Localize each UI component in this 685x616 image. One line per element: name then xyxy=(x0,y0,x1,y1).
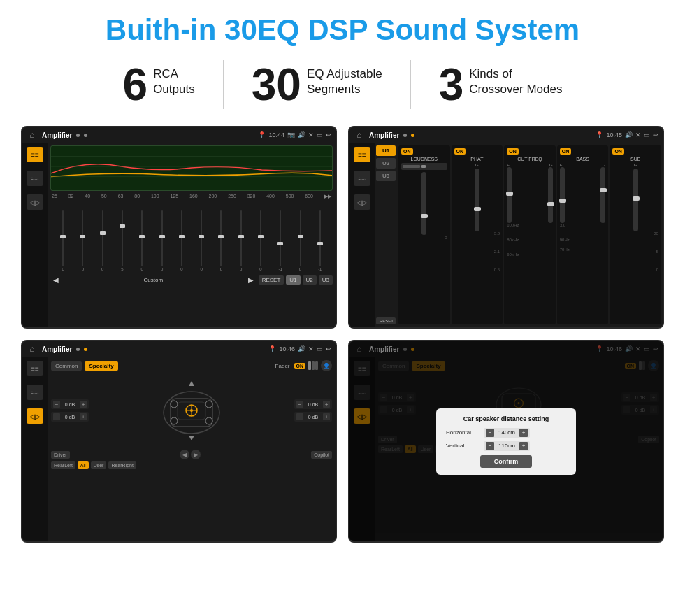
eq-next-button[interactable]: ▶ xyxy=(245,274,257,285)
back-icon-3: ↩ xyxy=(326,345,331,352)
eq-reset-button[interactable]: RESET xyxy=(259,275,284,285)
tab-specialty[interactable]: Specialty xyxy=(85,361,117,371)
eq-slider-1[interactable]: 0 xyxy=(53,210,73,271)
screenshot-crossover: ⌂ Amplifier 📍 10:45 🔊 ✕ ▭ ↩ ≡≡ ≈≈ xyxy=(348,126,664,329)
sidebar-wave-icon-2[interactable]: ≈≈ xyxy=(354,171,370,186)
time-crossover: 10:45 xyxy=(606,131,622,138)
screen-content-eq: ≡≡ ≈≈ ◁▷ xyxy=(22,143,336,327)
sidebar-speaker-icon[interactable]: ◁▷ xyxy=(27,194,43,210)
status-title-fader: Amplifier xyxy=(42,345,72,353)
status-right-fader: 📍 10:46 🔊 ✕ ▭ ↩ xyxy=(268,345,331,352)
eq-slider-12[interactable]: -1 xyxy=(271,210,290,271)
svg-marker-15 xyxy=(189,436,194,440)
eq-slider-3[interactable]: 0 xyxy=(93,210,113,271)
location-icon-3: 📍 xyxy=(268,345,276,352)
svg-marker-14 xyxy=(189,381,194,386)
sidebar-speaker-icon-3[interactable]: ◁▷ xyxy=(27,408,43,424)
sidebar-eq-icon-2[interactable]: ≡≡ xyxy=(354,147,370,162)
home-icon[interactable]: ⌂ xyxy=(27,129,38,141)
db-minus-rl[interactable]: − xyxy=(53,413,60,420)
sidebar-eq-icon-3[interactable]: ≡≡ xyxy=(27,361,43,376)
db-control-rl: − 0 dB + xyxy=(51,412,89,422)
db-plus-fr[interactable]: + xyxy=(323,401,330,408)
db-control-rr: − 0 dB + xyxy=(294,412,332,422)
dialog-horizontal-plus[interactable]: + xyxy=(519,429,528,437)
fader-on-toggle[interactable]: ON xyxy=(294,363,306,369)
all-button[interactable]: All xyxy=(78,461,89,469)
crossover-reset-button[interactable]: RESET xyxy=(376,317,396,324)
loudness-slider-1[interactable] xyxy=(421,172,426,235)
left-sidebar-eq: ≡≡ ≈≈ ◁▷ xyxy=(22,143,48,327)
bass-slider-f[interactable] xyxy=(560,167,565,223)
db-control-fr: − 0 dB + xyxy=(294,399,332,409)
sub-slider[interactable] xyxy=(633,169,638,231)
eq-prev-button[interactable]: ◀ xyxy=(50,274,62,285)
cutfreq-slider-f[interactable] xyxy=(507,167,512,223)
sidebar-wave-icon[interactable]: ≈≈ xyxy=(27,171,43,186)
eq-slider-6[interactable]: 0 xyxy=(152,210,171,271)
svg-point-13 xyxy=(206,417,212,424)
home-icon-3[interactable]: ⌂ xyxy=(27,343,38,354)
db-plus-rl[interactable]: + xyxy=(80,413,87,420)
eq-slider-13[interactable]: 0 xyxy=(290,210,310,271)
sidebar-wave-icon-3[interactable]: ≈≈ xyxy=(27,385,43,400)
crossover-bass-panel: ON BASS FG 3.090 xyxy=(557,145,609,324)
cutfreq-slider-g[interactable] xyxy=(548,167,553,223)
driver-button[interactable]: Driver xyxy=(51,451,70,459)
rearleft-button[interactable]: RearLeft xyxy=(51,461,75,469)
minimize-icon-3: ▭ xyxy=(317,345,323,352)
close-icon: ✕ xyxy=(308,131,314,138)
copilot-button[interactable]: Copilot xyxy=(311,451,332,459)
db-minus-fr[interactable]: − xyxy=(296,401,303,408)
eq-slider-14[interactable]: -1 xyxy=(310,210,330,271)
status-right-eq: 📍 10:44 📷 🔊 ✕ ▭ ↩ xyxy=(258,131,331,138)
crossover-cutfreq-panel: ON CUT FREQ FG 1 xyxy=(504,145,556,324)
db-minus-rr[interactable]: − xyxy=(296,413,303,420)
eq-slider-10[interactable]: 0 xyxy=(231,210,251,271)
user-button[interactable]: User xyxy=(91,461,107,469)
eq-slider-5[interactable]: 0 xyxy=(132,210,152,271)
page-title: Buith-in 30EQ DSP Sound System xyxy=(21,14,664,46)
eq-slider-7[interactable]: 0 xyxy=(172,210,192,271)
cutfreq-on-badge: ON xyxy=(507,148,519,155)
eq-slider-2[interactable]: 0 xyxy=(73,210,92,271)
screenshot-distance: ⌂ Amplifier 📍 10:46 🔊 ✕ ▭ ↩ ≡≡ ≈≈ xyxy=(348,340,664,543)
dialog-horizontal-minus[interactable]: − xyxy=(486,429,494,437)
phat-slider[interactable] xyxy=(475,169,480,231)
preset-u2-button[interactable]: U2 xyxy=(376,158,396,169)
rearright-button[interactable]: RearRight xyxy=(108,461,136,469)
db-plus-fl[interactable]: + xyxy=(80,401,87,408)
back-icon: ↩ xyxy=(326,131,331,138)
eq-slider-4[interactable]: 5 xyxy=(113,210,132,271)
sidebar-speaker-icon-2[interactable]: ◁▷ xyxy=(354,194,370,210)
left-sidebar-crossover: ≡≡ ≈≈ ◁▷ xyxy=(349,143,375,327)
bass-slider-g[interactable] xyxy=(600,167,605,223)
eq-freq-labels: 2532405063 80100125160200 25032040050063… xyxy=(50,194,333,199)
status-dot-3 xyxy=(403,134,407,137)
screenshots-grid: ⌂ Amplifier 📍 10:44 📷 🔊 ✕ ▭ ↩ ≡≡ xyxy=(21,126,664,543)
confirm-button[interactable]: Confirm xyxy=(480,455,533,468)
dialog-vertical-plus[interactable]: + xyxy=(519,442,528,450)
eq-slider-8[interactable]: 0 xyxy=(192,210,211,271)
sidebar-eq-icon[interactable]: ≡≡ xyxy=(27,147,43,162)
status-bar-crossover: ⌂ Amplifier 📍 10:45 🔊 ✕ ▭ ↩ xyxy=(349,127,663,143)
db-minus-fl[interactable]: − xyxy=(53,401,60,408)
home-icon-2[interactable]: ⌂ xyxy=(354,129,365,141)
eq-main: 2532405063 80100125160200 25032040050063… xyxy=(48,143,336,327)
preset-u1-button[interactable]: U1 xyxy=(376,145,396,156)
dialog-vertical-value: 110cm xyxy=(496,443,517,449)
svg-point-10 xyxy=(171,401,178,408)
eq-u3-button[interactable]: U3 xyxy=(319,275,333,285)
location-icon-2: 📍 xyxy=(596,131,603,138)
status-title-eq: Amplifier xyxy=(42,131,72,139)
dialog-vertical-minus[interactable]: − xyxy=(486,442,494,450)
tab-common[interactable]: Common xyxy=(51,361,82,371)
db-plus-rr[interactable]: + xyxy=(323,413,330,420)
dialog-vertical-row: Vertical − 110cm + xyxy=(446,441,566,451)
eq-u1-button[interactable]: U1 xyxy=(286,275,300,285)
eq-slider-9[interactable]: 0 xyxy=(211,210,231,271)
eq-u2-button[interactable]: U2 xyxy=(303,275,317,285)
eq-slider-11[interactable]: 0 xyxy=(251,210,271,271)
preset-u3-button[interactable]: U3 xyxy=(376,171,396,181)
stat-rca: 6 RCAOutputs xyxy=(95,62,223,107)
